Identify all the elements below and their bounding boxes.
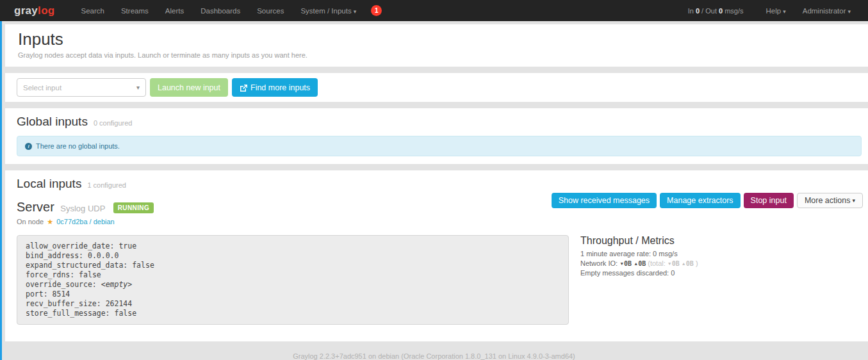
chevron-down-icon: ▾: [354, 8, 357, 15]
config-line: override_source: <empty>: [26, 280, 560, 290]
config-line: store_full_message: false: [26, 309, 560, 318]
network-io-label: Network IO:: [580, 259, 618, 267]
config-line: force_rdns: false: [26, 270, 560, 280]
star-icon: ★: [47, 218, 53, 225]
throughput-out-value: 0: [719, 7, 723, 15]
global-throughput[interactable]: In 0 / Out 0 msg/s: [688, 7, 744, 15]
show-received-messages-button[interactable]: Show received messages: [552, 193, 657, 208]
chevron-down-icon: ▾: [848, 8, 851, 15]
arrow-up-icon: ▲: [682, 261, 686, 266]
local-inputs-section: Local inputs1 configured Server Syslog U…: [5, 170, 868, 341]
global-inputs-title: Global inputs: [17, 115, 88, 128]
navbar-left: graylog Search Streams Alerts Dashboards…: [14, 4, 382, 17]
input-name: Server: [17, 200, 54, 214]
config-line: port: 8514: [26, 290, 560, 299]
viewport-left-stripe: [0, 21, 2, 360]
chevron-down-icon: ▾: [136, 84, 140, 91]
logo-text-gray: gray: [14, 4, 38, 17]
global-inputs-section: Global inputs0 configured i There are no…: [5, 108, 868, 164]
io-total-up-value: 0B: [686, 260, 694, 267]
io-total-label: (total:: [648, 259, 666, 267]
nav-item-help[interactable]: Help▾: [758, 7, 794, 15]
nav-item-dashboards[interactable]: Dashboards: [192, 7, 249, 15]
io-up-value: 0B: [638, 260, 646, 267]
on-node-line: On node ★ 0c77d2ba / debian: [17, 218, 863, 226]
config-line: recv_buffer_size: 262144: [26, 299, 560, 309]
nav-item-system-inputs[interactable]: System / Inputs▾: [292, 7, 364, 15]
help-label: Help: [766, 7, 782, 15]
nav-item-alerts[interactable]: Alerts: [157, 7, 192, 15]
user-label: Administrator: [803, 7, 846, 15]
info-icon: i: [25, 143, 32, 150]
footer-version-text: Graylog 2.2.3+7adc951 on debian (Oracle …: [0, 352, 868, 360]
config-line: bind_address: 0.0.0.0: [26, 251, 560, 261]
more-actions-button[interactable]: More actions▾: [797, 193, 863, 208]
select-input-placeholder: Select input: [23, 84, 61, 92]
io-total-close: ): [696, 259, 698, 267]
notification-badge[interactable]: 1: [371, 5, 382, 16]
graylog-logo[interactable]: graylog: [14, 4, 55, 17]
throughput-out-label: / Out: [701, 7, 717, 15]
external-link-icon: [240, 84, 247, 92]
manage-extractors-button[interactable]: Manage extractors: [660, 193, 741, 208]
page-header-section: Inputs Graylog nodes accept data via inp…: [5, 24, 868, 67]
throughput-in-label: In: [688, 7, 694, 15]
chevron-down-icon: ▾: [852, 197, 855, 204]
config-line: allow_override_date: true: [26, 241, 560, 251]
on-node-label: On node: [17, 218, 44, 225]
metrics-title: Throughput / Metrics: [580, 235, 698, 247]
global-inputs-count: 0 configured: [94, 119, 133, 127]
input-action-buttons: Show received messages Manage extractors…: [548, 193, 863, 208]
throughput-in-value: 0: [696, 7, 700, 15]
logo-text-log: log: [38, 4, 54, 17]
no-global-inputs-text: There are no global inputs.: [36, 142, 120, 150]
stop-input-button[interactable]: Stop input: [744, 193, 794, 208]
find-more-inputs-button[interactable]: Find more inputs: [232, 78, 318, 97]
nav-item-sources[interactable]: Sources: [249, 7, 292, 15]
nav-item-search[interactable]: Search: [73, 7, 113, 15]
local-inputs-title: Local inputs: [17, 177, 81, 190]
select-input-dropdown[interactable]: Select input ▾: [17, 78, 146, 97]
nav-item-system-inputs-label: System / Inputs: [300, 7, 351, 15]
page-subtitle: Graylog nodes accept data via inputs. La…: [18, 51, 863, 59]
nav-item-streams[interactable]: Streams: [113, 7, 157, 15]
throughput-metrics: Throughput / Metrics 1 minute average ra…: [580, 235, 698, 325]
io-total-down-value: 0B: [672, 260, 680, 267]
page-title: Inputs: [18, 29, 863, 49]
chevron-down-icon: ▾: [783, 8, 786, 15]
launch-input-section: Select input ▾ Launch new input Find mor…: [5, 73, 868, 102]
throughput-unit: msg/s: [725, 7, 743, 15]
node-link[interactable]: 0c77d2ba / debian: [56, 218, 115, 225]
navbar-right: In 0 / Out 0 msg/s Help▾ Administrator▾: [688, 7, 859, 15]
metric-network-io: Network IO: ▼0B ▲0B (total: ▼0B ▲0B ): [580, 259, 698, 268]
local-inputs-count: 1 configured: [87, 181, 126, 189]
input-type: Syslog UDP: [60, 204, 105, 213]
input-config-block: allow_override_date: true bind_address: …: [17, 235, 569, 325]
config-line: expand_structured_data: false: [26, 261, 560, 270]
metric-empty-discarded: Empty messages discarded: 0: [580, 269, 698, 277]
io-total: (total: ▼0B ▲0B ): [648, 259, 698, 267]
arrow-down-icon: ▼: [667, 261, 672, 266]
io-down-value: 0B: [624, 260, 632, 267]
launch-new-input-button[interactable]: Launch new input: [150, 78, 228, 97]
metric-avg-rate: 1 minute average rate: 0 msg/s: [580, 250, 698, 258]
no-global-inputs-alert: i There are no global inputs.: [17, 136, 862, 156]
input-body: allow_override_date: true bind_address: …: [17, 235, 863, 325]
more-actions-label: More actions: [805, 196, 851, 205]
find-more-inputs-label: Find more inputs: [250, 83, 310, 92]
top-navbar: graylog Search Streams Alerts Dashboards…: [0, 0, 868, 21]
nav-item-user-menu[interactable]: Administrator▾: [794, 7, 859, 15]
status-badge: RUNNING: [113, 202, 154, 213]
